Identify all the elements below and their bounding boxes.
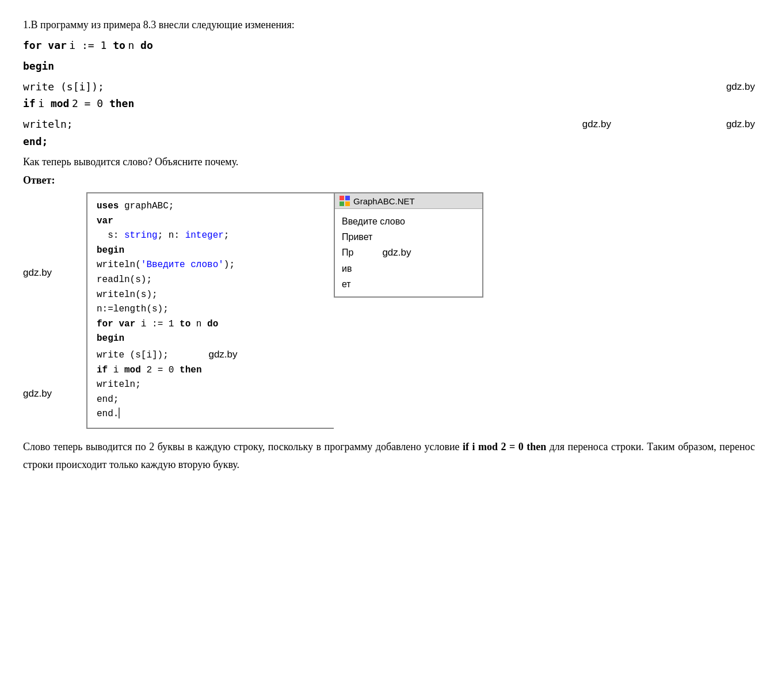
code-line-6: readln(s); — [97, 273, 325, 288]
explanation-bold: if i mod 2 = 0 then — [463, 441, 546, 452]
output-line-2: ив — [342, 261, 353, 276]
task-line1: for var i := 1 to n do — [23, 37, 755, 54]
task-section: 1.В программу из примера 8.3 внесли след… — [23, 17, 755, 187]
watermark-mid1: gdz.by — [582, 117, 611, 132]
code-line-13: writeln; — [97, 378, 325, 393]
output-content: Введите слово Привет Пр ив ет gdz.by — [335, 209, 482, 296]
task-question: Как теперь выводится слово? Объясните по… — [23, 154, 755, 170]
output-line-3: ет — [342, 276, 353, 292]
graphabc-icon — [340, 196, 350, 206]
svg-rect-2 — [340, 201, 344, 206]
intro-text: 1.В программу из примера 8.3 внесли след… — [23, 19, 295, 31]
code-line-5: writeln('Введите слово'); — [97, 258, 325, 273]
output-prompt: Введите слово — [342, 214, 475, 229]
task-line6: end; — [23, 134, 755, 150]
code-line-3: s: string; n: integer; — [97, 229, 325, 244]
output-titlebar: GraphABC.NET — [335, 193, 482, 209]
output-title: GraphABC.NET — [353, 196, 415, 206]
code-block: uses graphABC; var s: string; n: integer… — [86, 192, 334, 429]
output-line-1: Пр — [342, 245, 353, 260]
watermark-code-mid: gdz.by — [208, 349, 237, 360]
code-line-4: begin — [97, 244, 325, 258]
code-line-11-row: write (s[i]); gdz.by — [97, 347, 325, 363]
output-split-lines: Пр ив ет gdz.by — [342, 245, 475, 292]
watermark-mid2: gdz.by — [726, 117, 755, 132]
answer-label: Ответ: — [23, 174, 755, 187]
code-line-14: end; — [97, 393, 325, 408]
output-block: GraphABC.NET Введите слово Привет Пр ив … — [334, 192, 483, 298]
code-line-2: var — [97, 214, 325, 229]
svg-rect-0 — [340, 196, 344, 200]
watermark-left1: gdz.by — [23, 267, 52, 279]
watermark-output: gdz.by — [382, 245, 411, 261]
task-line2: begin — [23, 58, 755, 74]
svg-rect-3 — [345, 201, 350, 206]
explanation-text1: Слово теперь выводится по 2 буквы в кажд… — [23, 441, 463, 452]
svg-rect-1 — [345, 196, 350, 200]
answer-section: gdz.by gdz.by uses graphABC; var s: stri… — [23, 192, 755, 429]
task-line4: if i mod 2 = 0 then — [23, 96, 755, 112]
code-line-11: write (s[i]); — [97, 350, 169, 360]
watermark-top-right: gdz.by — [726, 79, 755, 94]
code-line-12: if i mod 2 = 0 then — [97, 363, 325, 378]
code-line-8: n:=length(s); — [97, 302, 325, 317]
task-line3: write (s[i]); — [23, 79, 104, 94]
code-line-15: end.▏ — [97, 407, 325, 422]
code-line-9: for var i := 1 to n do — [97, 317, 325, 332]
task-line5-writeln: writeln; — [23, 118, 73, 130]
code-line-7: writeln(s); — [97, 288, 325, 303]
task-line5-row: writeln; gdz.by gdz.by — [23, 116, 755, 132]
watermark-left2: gdz.by — [23, 388, 52, 400]
explanation: Слово теперь выводится по 2 буквы в кажд… — [23, 438, 755, 473]
output-split-text: Пр ив ет — [342, 245, 353, 292]
code-line-10: begin — [97, 332, 325, 347]
task-line3-row: write (s[i]); gdz.by — [23, 79, 755, 94]
output-input-value: Привет — [342, 229, 475, 245]
task-intro: 1.В программу из примера 8.3 внесли след… — [23, 17, 755, 33]
code-line-1: uses graphABC; — [97, 199, 325, 214]
